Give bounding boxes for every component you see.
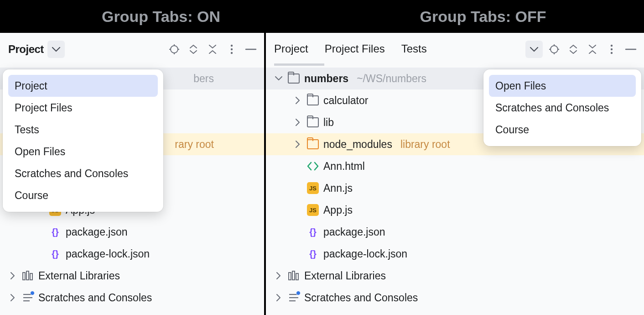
- file-name: package-lock.json: [66, 248, 150, 260]
- active-tab-indicator: [274, 63, 324, 66]
- options-button[interactable]: [224, 42, 239, 57]
- chevron-right-icon: [293, 141, 302, 148]
- hide-button[interactable]: [243, 42, 259, 57]
- tree-row-scratches[interactable]: Scratches and Consoles: [0, 287, 264, 309]
- chevron-down-icon: [530, 47, 538, 52]
- pane-group-tabs-on: Project ber: [0, 33, 264, 315]
- popup-item-open-files[interactable]: Open Files: [489, 75, 636, 97]
- svg-point-5: [231, 45, 233, 47]
- popup-item-tests[interactable]: Tests: [8, 119, 158, 141]
- chevron-right-icon: [8, 272, 17, 279]
- root-name: numbers: [304, 73, 348, 85]
- popup-item-project-files[interactable]: Project Files: [8, 97, 158, 119]
- project-toolwindow-header: Project: [0, 33, 264, 66]
- select-opened-file-button[interactable]: [546, 42, 562, 57]
- folder-name: calculator: [323, 94, 368, 107]
- overflow-tabs-button[interactable]: [525, 41, 543, 58]
- title-left: Group Tabs: ON: [0, 8, 322, 26]
- svg-point-6: [231, 48, 233, 50]
- tree-row[interactable]: {} package.json: [266, 221, 644, 243]
- collapse-icon: [588, 45, 597, 54]
- popup-item-project[interactable]: Project: [8, 75, 158, 97]
- tree-row[interactable]: {} package-lock.json: [266, 243, 644, 265]
- svg-point-22: [611, 52, 613, 54]
- project-toolwindow-header: Project Project Files Tests: [266, 33, 644, 66]
- js-file-icon: JS: [307, 204, 319, 216]
- folder-icon: [307, 94, 319, 106]
- more-icon: [230, 44, 233, 54]
- file-name: package.json: [323, 226, 385, 238]
- tree-row-external-libraries[interactable]: External Libraries: [0, 265, 264, 287]
- tab-project[interactable]: Project: [274, 42, 308, 56]
- svg-rect-11: [30, 273, 32, 280]
- overflow-tabs-popup[interactable]: Open Files Scratches and Consoles Course: [483, 69, 641, 146]
- expand-icon: [569, 45, 577, 54]
- tree-row[interactable]: {} package.json: [0, 221, 264, 243]
- folder-name: lib: [323, 116, 334, 129]
- folder-icon: [307, 116, 319, 128]
- scratches-icon: [22, 292, 34, 304]
- svg-rect-10: [26, 271, 29, 280]
- js-file-icon: JS: [307, 182, 319, 194]
- file-name: package-lock.json: [323, 248, 407, 260]
- view-title: Project: [8, 43, 44, 56]
- file-name: Ann.html: [323, 160, 365, 173]
- html-file-icon: [307, 160, 319, 172]
- svg-rect-26: [296, 273, 298, 280]
- tree-row[interactable]: Ann.html: [266, 155, 644, 177]
- collapse-icon: [208, 45, 217, 54]
- view-switcher-popup[interactable]: Project Project Files Tests Open Files S…: [3, 69, 163, 212]
- scratches-icon: [288, 292, 300, 304]
- chevron-right-icon: [274, 272, 283, 279]
- select-opened-file-button[interactable]: [166, 42, 182, 57]
- node-label: Scratches and Consoles: [38, 292, 152, 304]
- popup-item-scratches-consoles[interactable]: Scratches and Consoles: [8, 163, 158, 184]
- comparison-titles: Group Tabs: ON Group Tabs: OFF: [0, 0, 644, 33]
- svg-point-20: [611, 45, 613, 47]
- svg-rect-9: [23, 273, 25, 280]
- view-tabs: Project Project Files Tests: [274, 42, 427, 56]
- svg-point-0: [171, 46, 178, 53]
- chevron-down-icon: [274, 76, 283, 81]
- node-label: Scratches and Consoles: [304, 292, 418, 304]
- svg-point-7: [231, 52, 233, 54]
- expand-all-button[interactable]: [186, 42, 201, 57]
- external-libraries-icon: [288, 270, 300, 282]
- library-root-hint: rary root: [175, 138, 214, 151]
- chevron-right-icon: [274, 294, 283, 301]
- svg-point-21: [611, 48, 613, 50]
- tree-row-scratches[interactable]: Scratches and Consoles: [266, 287, 644, 309]
- popup-item-course[interactable]: Course: [8, 184, 158, 206]
- chevron-right-icon: [293, 97, 302, 104]
- folder-name: node_modules: [323, 138, 392, 151]
- tab-tests[interactable]: Tests: [401, 42, 427, 56]
- view-switcher-button[interactable]: [47, 41, 65, 58]
- expand-icon: [189, 45, 197, 54]
- library-root-hint: library root: [400, 138, 450, 151]
- json-file-icon: {}: [49, 248, 61, 260]
- options-button[interactable]: [604, 42, 619, 57]
- tree-row[interactable]: JS Ann.js: [266, 177, 644, 199]
- hide-button[interactable]: [623, 42, 639, 57]
- svg-rect-24: [289, 273, 291, 280]
- minimize-icon: [625, 48, 637, 50]
- collapse-all-button[interactable]: [585, 42, 600, 57]
- popup-item-course[interactable]: Course: [489, 119, 636, 141]
- popup-item-open-files[interactable]: Open Files: [8, 141, 158, 163]
- root-path: ~/WS/numbers: [357, 73, 426, 85]
- pane-group-tabs-off: Project Project Files Tests: [266, 33, 644, 315]
- chevron-down-icon: [52, 47, 60, 52]
- popup-item-scratches-consoles[interactable]: Scratches and Consoles: [489, 97, 636, 119]
- file-name: App.js: [323, 204, 353, 216]
- expand-all-button[interactable]: [566, 42, 581, 57]
- file-name: Ann.js: [323, 182, 353, 194]
- tree-row-external-libraries[interactable]: External Libraries: [266, 265, 644, 287]
- tree-row[interactable]: JS App.js: [266, 199, 644, 221]
- chevron-right-icon: [293, 119, 302, 126]
- tree-row[interactable]: {} package-lock.json: [0, 243, 264, 265]
- collapse-all-button[interactable]: [205, 42, 220, 57]
- node-label: External Libraries: [304, 270, 386, 282]
- svg-point-15: [551, 46, 558, 53]
- tab-project-files[interactable]: Project Files: [325, 42, 385, 56]
- file-name: package.json: [66, 226, 128, 238]
